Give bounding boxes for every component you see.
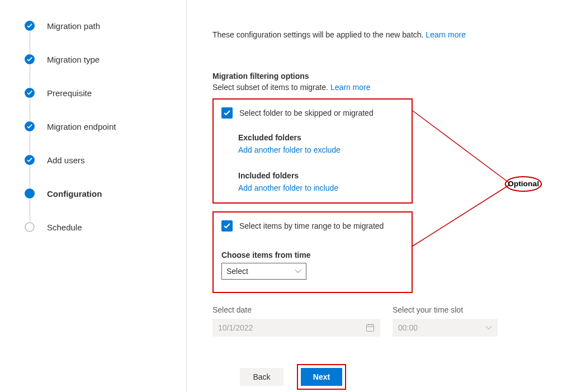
step-migration-path[interactable]: Migration path [25,19,175,32]
step-label: Schedule [47,223,82,232]
add-excluded-folder-link[interactable]: Add another folder to exclude [238,145,404,154]
check-icon [25,155,35,165]
check-icon [25,54,35,64]
time-slot-dropdown[interactable]: 00:00 [393,319,498,337]
step-configuration[interactable]: Configuration [25,187,175,200]
next-button-highlight: Next [297,364,346,390]
pending-step-icon [25,222,35,232]
calendar-icon [366,323,375,332]
filter-heading: Migration filtering options [212,72,560,81]
checkbox-folder-filter[interactable] [221,107,233,119]
wizard-footer: Back Next [0,362,586,392]
check-icon [25,121,35,131]
current-step-icon [25,188,35,199]
time-slot-label: Select your time slot [393,305,498,314]
learn-more-link[interactable]: Learn more [330,83,371,92]
step-add-users[interactable]: Add users [25,153,175,167]
step-prerequisite[interactable]: Prerequisite [25,86,175,100]
folder-filter-box: Select folder to be skipped or migrated … [212,98,413,204]
step-label: Add users [47,155,85,165]
main-content: These configuration settings will be app… [187,0,586,392]
step-label: Migration endpoint [47,122,116,131]
date-value: 10/1/2022 [218,323,253,332]
check-icon [25,21,35,31]
add-included-folder-link[interactable]: Add another folder to include [238,183,404,192]
time-select-dropdown[interactable]: Select [221,263,306,280]
step-label: Prerequisite [47,88,92,98]
included-folders-heading: Included folders [238,171,404,180]
step-label: Migration path [47,21,100,31]
back-button[interactable]: Back [240,368,283,386]
checkbox-folder-label: Select folder to be skipped or migrated [239,108,374,117]
time-filter-box: Select items by time range to be migrate… [212,211,413,293]
chevron-down-icon [295,268,301,275]
intro-text: These configuration settings will be app… [212,30,560,39]
date-input[interactable]: 10/1/2022 [212,319,380,337]
wizard-steps-sidebar: Migration path Migration type Prerequisi… [0,0,187,392]
step-label: Configuration [47,189,102,199]
select-value: Select [226,267,248,276]
step-label: Migration type [47,55,100,64]
step-schedule[interactable]: Schedule [25,220,175,234]
step-migration-endpoint[interactable]: Migration endpoint [25,120,175,133]
annotation-optional-badge: Optional [505,176,542,192]
filter-subtext: Select subset of items to migrate. Learn… [212,83,560,92]
svg-rect-0 [367,325,374,332]
checkbox-time-filter[interactable] [221,220,233,232]
step-migration-type[interactable]: Migration type [25,53,175,66]
check-icon [25,88,35,98]
choose-time-heading: Choose items from time [221,251,404,259]
excluded-folders-heading: Excluded folders [238,133,404,142]
time-slot-value: 00:00 [398,323,418,332]
learn-more-link[interactable]: Learn more [426,30,466,39]
checkbox-time-label: Select items by time range to be migrate… [239,221,384,230]
select-date-label: Select date [212,305,380,314]
next-button[interactable]: Next [301,368,342,386]
chevron-down-icon [485,324,492,331]
